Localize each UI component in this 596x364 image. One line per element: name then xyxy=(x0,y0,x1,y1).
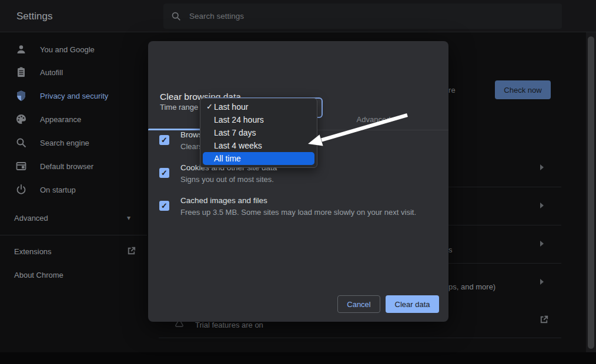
chevron-right-icon xyxy=(538,202,545,209)
sidebar-item-label: You and Google xyxy=(40,45,95,54)
search-icon xyxy=(171,11,181,21)
sidebar-item-label: Default browser xyxy=(40,162,93,171)
sidebar-item-label: Autofill xyxy=(40,68,63,77)
checkmark-icon: ✓ xyxy=(206,100,215,113)
magnifier-icon xyxy=(15,137,27,149)
palette-icon xyxy=(15,113,27,125)
sidebar-item-label: On startup xyxy=(40,186,76,194)
scrollbar-thumb[interactable] xyxy=(588,36,594,349)
check-now-button[interactable]: Check now xyxy=(495,80,551,99)
person-icon xyxy=(15,43,27,55)
row-subtitle-cached-images: Frees up 3.5 MB. Some sites may load mor… xyxy=(180,208,416,217)
shield-icon xyxy=(15,90,27,102)
chevron-right-icon xyxy=(538,240,545,247)
chevron-right-icon xyxy=(538,278,545,285)
dropdown-option-all-time[interactable]: All time xyxy=(203,152,314,165)
search-input-placeholder[interactable]: Search settings xyxy=(189,0,244,32)
sidebar-item-label: Search engine xyxy=(40,139,89,147)
chevron-right-icon xyxy=(538,164,545,171)
page-title: Settings xyxy=(16,0,52,32)
row-subtitle-browsing-history: Clears xyxy=(180,142,203,151)
sidebar-item-on-startup[interactable]: On startup xyxy=(0,178,147,201)
sidebar-item-label: Appearance xyxy=(40,115,81,124)
sidebar-advanced-toggle[interactable]: Advanced xyxy=(0,207,147,228)
checkbox-cached-images[interactable]: ✓ xyxy=(159,201,169,211)
bottom-strip xyxy=(0,352,596,364)
external-link-icon xyxy=(126,245,137,257)
advanced-label: Advanced xyxy=(14,214,48,223)
checkbox-cookies[interactable]: ✓ xyxy=(159,168,169,178)
external-link-icon[interactable] xyxy=(538,314,550,325)
clipboard-icon xyxy=(15,66,27,78)
chrome-settings-page: Settings Search settings You and Google … xyxy=(0,0,596,364)
sidebar-item-search-engine[interactable]: Search engine xyxy=(0,131,147,154)
popups-text-fragment: ps, and more) xyxy=(448,282,495,291)
power-icon xyxy=(15,184,27,196)
dropdown-option-last-hour[interactable]: ✓ Last hour xyxy=(203,100,314,113)
sidebar-item-privacy-and-security[interactable]: Privacy and security xyxy=(0,84,147,107)
sidebar-divider xyxy=(0,235,147,235)
sidebar-item-autofill[interactable]: Autofill xyxy=(0,60,147,84)
dropdown-option-last-24-hours[interactable]: Last 24 hours xyxy=(203,113,314,126)
about-chrome-label: About Chrome xyxy=(14,271,63,279)
cancel-button[interactable]: Cancel xyxy=(337,295,380,313)
sidebar-item-appearance[interactable]: Appearance xyxy=(0,107,147,131)
sidebar-item-label: Privacy and security xyxy=(40,92,108,100)
card-bottom-border xyxy=(159,338,561,338)
sidebar-item-you-and-google[interactable]: You and Google xyxy=(0,38,147,61)
row-subtitle-cookies: Signs you out of most sites. xyxy=(180,175,274,184)
dropdown-option-last-4-weeks[interactable]: Last 4 weeks xyxy=(203,139,314,152)
row-title-browsing-history: Brows xyxy=(180,130,203,139)
sidebar-item-default-browser[interactable]: Default browser xyxy=(0,154,147,178)
sidebar-item-extensions[interactable]: Extensions xyxy=(0,241,147,262)
chevron-down-icon: ▾ xyxy=(127,207,130,228)
extensions-label: Extensions xyxy=(14,247,52,256)
time-range-dropdown-menu: ✓ Last hour Last 24 hours Last 7 days La… xyxy=(200,98,317,168)
checkbox-browsing-history[interactable]: ✓ xyxy=(159,135,169,145)
row-title-cached-images: Cached images and files xyxy=(180,196,267,205)
trial-features-label: Trial features are on xyxy=(195,321,263,329)
dropdown-option-last-7-days[interactable]: Last 7 days xyxy=(203,126,314,139)
site-settings-text-fragment: s xyxy=(448,245,453,254)
clear-data-button[interactable]: Clear data xyxy=(386,295,439,313)
time-range-label: Time range xyxy=(160,103,198,112)
window-icon xyxy=(15,160,27,172)
sidebar-item-about-chrome[interactable]: About Chrome xyxy=(0,264,147,285)
clear-browsing-data-dialog: Clear browsing data Basic Advanced Time … xyxy=(148,41,448,322)
